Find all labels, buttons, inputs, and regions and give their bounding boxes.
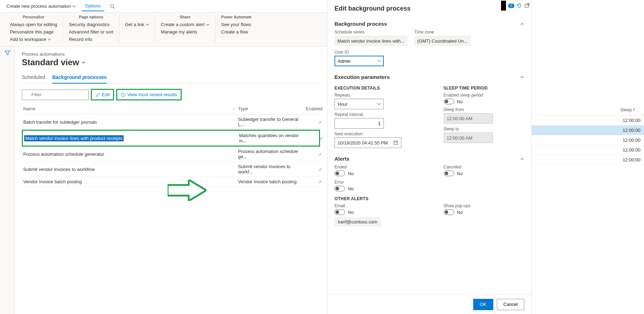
options-tab[interactable]: Options [82,1,105,11]
create-a-flow-link[interactable]: Create a flow [221,29,251,35]
next-execution-input[interactable]: 10/18/2020 04:41:55 PM [334,137,401,148]
table-row[interactable]: Process automation schedule generator Pr… [22,147,320,162]
sleep-time-period-heading: SLEEP TIME PERIOD [444,86,525,91]
table-row[interactable]: Batch transfer for subledger journals Su… [22,115,320,130]
share-group-title: Share [161,15,210,19]
check-icon: ✓ [305,179,323,184]
execution-parameters-section[interactable]: Execution parameters [334,71,524,83]
get-a-link[interactable]: Get a link [125,21,149,28]
extra-row[interactable]: 12:00:00 [532,135,644,145]
create-new-label: Create new process automation [6,4,71,9]
col-header-name[interactable]: Name↑ [23,106,238,111]
alerts-section[interactable]: Alerts [334,153,524,165]
security-diagnostics-link[interactable]: Security diagnostics [69,21,113,28]
error-toggle[interactable] [334,186,345,191]
table-row[interactable]: Submit vendor invoices to workflow Submi… [22,162,320,177]
repeats-dropdown[interactable]: Hour [334,99,384,109]
sleep-from-label: Sleep from [444,107,525,112]
panel-edge-marker [501,1,506,11]
timezone-value: (GMT) Coordinated Un... [414,36,471,46]
clock-icon [121,92,126,97]
advanced-filter-link[interactable]: Advanced filter or sort [69,29,113,35]
view-results-label: View most recent results [127,92,177,97]
notification-badge[interactable]: 0 [508,4,514,8]
user-id-input[interactable] [338,59,377,64]
edit-label: Edit [102,92,110,97]
svg-line-1 [113,7,115,8]
table-row[interactable]: Match vendor invoice lines with product … [22,130,320,147]
popups-toggle[interactable] [444,209,454,215]
ok-button[interactable]: OK [473,299,493,310]
execution-details-heading: EXECUTION DETAILS [334,86,415,91]
col-header-type[interactable]: Type [238,106,305,111]
email-toggle[interactable] [334,209,345,215]
ended-toggle[interactable] [334,171,345,176]
view-recent-results-button[interactable]: View most recent results [116,89,181,100]
repeat-interval-input[interactable] [334,118,384,129]
chevron-down-icon [377,59,381,63]
row-type: Subledger transfer to General L... [238,117,305,127]
check-icon: ✓ [305,119,323,125]
view-title-text: Standard view [22,57,79,67]
filter-input[interactable] [22,90,89,100]
extra-row[interactable]: 12:00:00 [532,125,644,135]
create-new-process-dropdown[interactable]: Create new process automation [3,1,80,11]
refresh-icon[interactable] [517,3,522,8]
manage-alerts-link[interactable]: Manage my alerts [161,29,210,35]
svg-point-0 [111,4,114,7]
enabled-sleep-value: No [457,99,463,104]
chevron-down-icon [146,23,149,26]
email-label: Email [334,203,415,208]
check-icon: ✓ [305,152,323,157]
popout-icon[interactable] [524,3,530,8]
col-header-enabled[interactable]: Enabled [305,106,323,111]
funnel-icon[interactable] [5,50,10,56]
view-title[interactable]: Standard view [22,57,320,67]
always-open-editing-link[interactable]: Always open for editing [10,21,57,28]
extra-header-sleep[interactable]: Sleep f ⋮ [532,104,644,116]
row-name: Batch transfer for subledger journals [23,119,238,125]
search-button[interactable] [106,2,118,11]
row-name: Submit vendor invoices to workflow [23,167,238,172]
schedule-series-value: Match vendor invoice lines with... [334,36,407,46]
sort-up-icon: ↑ [233,107,238,111]
chevron-down-icon [48,38,51,41]
cancel-button[interactable]: Cancel [497,299,524,310]
edit-button[interactable]: Edit [91,89,114,100]
personalize-page-link[interactable]: Personalize this page [10,29,57,35]
extra-row[interactable]: 12:00:00 [532,155,644,165]
chevron-down-icon [377,102,381,106]
extra-row[interactable]: 12:00:00 [532,145,644,155]
repeat-interval-label: Repeat interval [334,112,415,117]
enabled-sleep-toggle[interactable] [444,99,454,104]
repeats-label: Repeats [334,93,415,98]
record-info-link[interactable]: Record info [69,36,113,43]
add-to-workspace-link[interactable]: Add to workspace [10,36,57,43]
timezone-label: Time zone [414,30,471,35]
link-group-spacer [125,15,149,19]
extra-row[interactable]: 12:00:00 [532,116,644,125]
ended-label: Ended [334,165,415,170]
tab-scheduled[interactable]: Scheduled [22,72,45,84]
check-icon: ✓ [306,136,324,141]
options-label: Options [85,3,101,8]
row-type: Submit vendor invoices to workf... [238,164,305,174]
chevron-down-icon [73,5,76,8]
other-alerts-heading: OTHER ALERTS [334,196,524,201]
popups-label: Show pop-ups [444,203,525,208]
chevron-up-icon [520,75,524,79]
email-address-chip[interactable]: karif@contoso.com [334,217,381,227]
svg-line-6 [527,4,529,6]
sleep-to-input: 12:00:00 AM [444,133,493,143]
personalize-group-title: Personalize [10,15,57,19]
check-icon: ✓ [305,167,323,172]
see-your-flows-link[interactable]: See your flows [221,21,251,28]
canceled-toggle[interactable] [444,171,454,176]
tab-background-processes[interactable]: Background processes [52,72,107,84]
create-custom-alert-link[interactable]: Create a custom alert [161,21,210,28]
canceled-label: Canceled [444,165,525,170]
user-id-dropdown[interactable] [334,56,384,66]
row-type: Vendor invoice batch posting [238,179,305,184]
background-process-section[interactable]: Background process [334,18,524,30]
sleep-to-label: Sleep to [444,127,525,131]
